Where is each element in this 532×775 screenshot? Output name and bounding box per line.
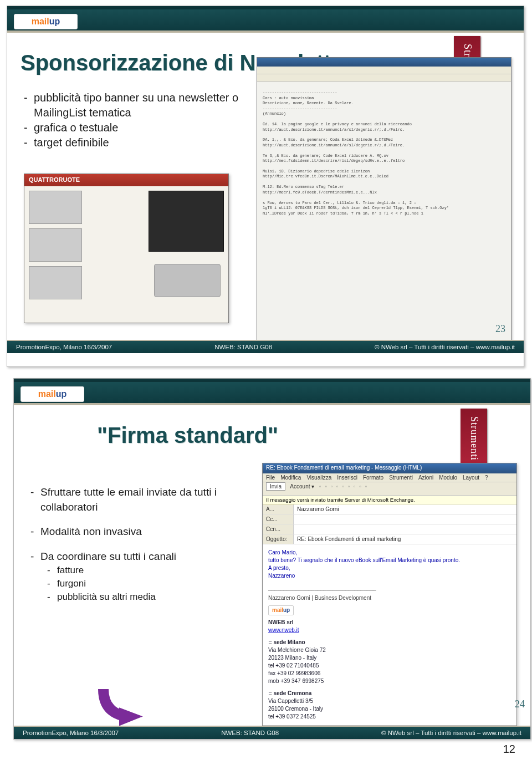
email-body[interactable]: Caro Mario, tutto bene? Ti segnalo che i… [263, 544, 516, 722]
example-banner-screenshot: QUATTRORUOTE [24, 174, 229, 323]
email-text-screenshot: -------------------------------- Cars : … [257, 57, 511, 351]
sub-3: pubblicità su altri media [57, 590, 156, 604]
sub-1: fatture [57, 564, 84, 577]
bullet-2: grafica o testuale [34, 120, 118, 135]
mailup-logo: mailup [14, 14, 78, 29]
category-tag: Strumenti [461, 409, 487, 468]
company-link[interactable]: www.nweb.it [268, 627, 299, 633]
cc-field[interactable] [294, 514, 516, 524]
toolbar: Invia Account ▾ ▫ ▫ ▫ ▫ ▫ ▫ ▫ ▫ ▫ [263, 482, 516, 496]
bullet-2: Modalità non invasiva [40, 524, 142, 539]
subject-field[interactable]: RE: Ebook Fondamenti di email marketing [294, 534, 516, 544]
slide-header-bar [14, 379, 530, 405]
slide-footer: PromotionExpo, Milano 16/3/2007 NWEB: ST… [14, 726, 530, 739]
arrow-icon [91, 689, 147, 731]
page-number: 12 [7, 740, 525, 756]
bullets: -pubblicità tipo banner su una newslette… [24, 90, 245, 150]
bcc-field[interactable] [294, 524, 516, 534]
slide-number: 23 [495, 323, 505, 335]
footer-right: © NWeb srl – Tutti i diritti riservati –… [375, 344, 515, 350]
footer-center: NWEB: STAND G08 [112, 344, 375, 350]
info-bar: Il messaggio verrà inviato tramite Serve… [263, 496, 516, 504]
cc-label[interactable]: Cc... [263, 514, 294, 524]
bullet-3: Da coordinare su tutti i canali [40, 549, 176, 564]
sub-2: furgoni [57, 577, 86, 590]
to-label[interactable]: A... [263, 504, 294, 514]
slide-2: mailup Strumenti "Firma standard" -Sfrut… [13, 378, 531, 740]
menubar: FileModificaVisualizzaInserisciFormatoSt… [263, 473, 516, 482]
email-text-body: -------------------------------- Cars : … [257, 82, 511, 225]
slide-footer: PromotionExpo, Milano 16/3/2007 NWEB: ST… [7, 340, 524, 353]
quattroruote-header: QUATTRORUOTE [24, 174, 228, 186]
bullet-1: Sfruttare tutte le email inviate da tutt… [40, 485, 252, 514]
logo-part2: up [56, 389, 67, 399]
to-field[interactable]: Nazzareno Gorni [294, 504, 516, 514]
slide-number: 24 [515, 698, 525, 710]
mailup-logo-small: mailup [268, 605, 294, 615]
bcc-label[interactable]: Ccn... [263, 524, 294, 534]
email-signature-screenshot: RE: Ebook Fondamenti di email marketing … [262, 463, 517, 735]
bullet-3: target definibile [34, 135, 109, 150]
sig-name: Nazzareno Gorni | Business Development [268, 594, 511, 602]
logo-part2: up [49, 17, 60, 27]
mailup-logo: mailup [21, 386, 84, 402]
bullets: -Sfruttare tutte le email inviate da tut… [30, 485, 252, 604]
footer-left: PromotionExpo, Milano 16/3/2007 [16, 344, 112, 350]
account-dropdown[interactable]: Account ▾ [290, 483, 314, 490]
footer-right: © NWeb srl – Tutti i diritti riservati –… [381, 730, 521, 736]
slide-1: mailup Strumenti Sponsorizzazione di New… [7, 6, 524, 367]
slide-header-bar [7, 6, 524, 33]
logo-part1: mail [38, 389, 56, 399]
footer-left: PromotionExpo, Milano 16/3/2007 [23, 730, 119, 736]
bullet-1: pubblicità tipo banner su una newsletter… [34, 90, 245, 120]
subject-label: Oggetto: [263, 534, 294, 544]
slide-title: "Firma standard" [97, 423, 278, 448]
logo-part1: mail [32, 17, 49, 27]
footer-center: NWEB: STAND G08 [119, 730, 381, 736]
send-button[interactable]: Invia [266, 482, 285, 491]
window-titlebar: RE: Ebook Fondamenti di email marketing … [263, 463, 516, 473]
